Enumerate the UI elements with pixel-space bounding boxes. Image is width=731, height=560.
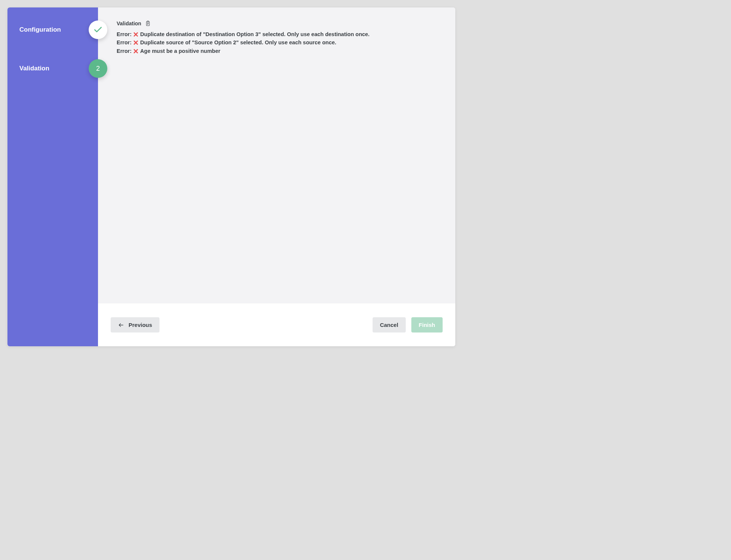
cancel-button[interactable]: Cancel	[373, 317, 406, 332]
error-prefix: Error:	[117, 38, 132, 47]
error-row: Error: Duplicate destination of "Destina…	[117, 30, 439, 38]
step-indicator-active: 2	[89, 59, 107, 78]
error-message: Duplicate source of "Source Option 2" se…	[140, 38, 336, 47]
sidebar-item-configuration[interactable]: Configuration	[7, 20, 98, 39]
finish-button[interactable]: Finish	[411, 317, 443, 332]
error-message: Duplicate destination of "Destination Op…	[140, 30, 370, 38]
wizard-sidebar: Configuration Validation 2	[7, 7, 98, 346]
cancel-button-label: Cancel	[380, 322, 398, 328]
footer-right: Cancel Finish	[373, 317, 443, 332]
sidebar-item-validation[interactable]: Validation 2	[7, 59, 98, 78]
content-body: Validation Error:	[98, 7, 455, 303]
wizard-footer: Previous Cancel Finish	[98, 303, 455, 346]
finish-button-label: Finish	[419, 322, 435, 328]
step-number: 2	[96, 65, 100, 73]
cross-icon	[133, 48, 139, 54]
sidebar-item-label: Validation	[19, 65, 49, 72]
check-icon	[93, 25, 103, 35]
content-header: Validation	[117, 20, 439, 26]
error-prefix: Error:	[117, 47, 132, 55]
error-prefix: Error:	[117, 30, 132, 38]
wizard-container: Configuration Validation 2 Validation	[7, 7, 455, 346]
svg-rect-1	[147, 21, 149, 22]
arrow-left-icon	[118, 322, 124, 328]
previous-button[interactable]: Previous	[111, 317, 159, 332]
cross-icon	[133, 32, 139, 37]
error-message: Age must be a positive number	[140, 47, 220, 55]
cross-icon	[133, 40, 139, 45]
previous-button-label: Previous	[129, 322, 152, 328]
error-row: Error: Age must be a positive number	[117, 47, 439, 55]
sidebar-item-label: Configuration	[19, 26, 61, 34]
content-title: Validation	[117, 20, 141, 26]
error-row: Error: Duplicate source of "Source Optio…	[117, 38, 439, 47]
step-indicator-completed	[89, 20, 107, 39]
wizard-content: Validation Error:	[98, 7, 455, 346]
clipboard-icon	[145, 20, 151, 26]
